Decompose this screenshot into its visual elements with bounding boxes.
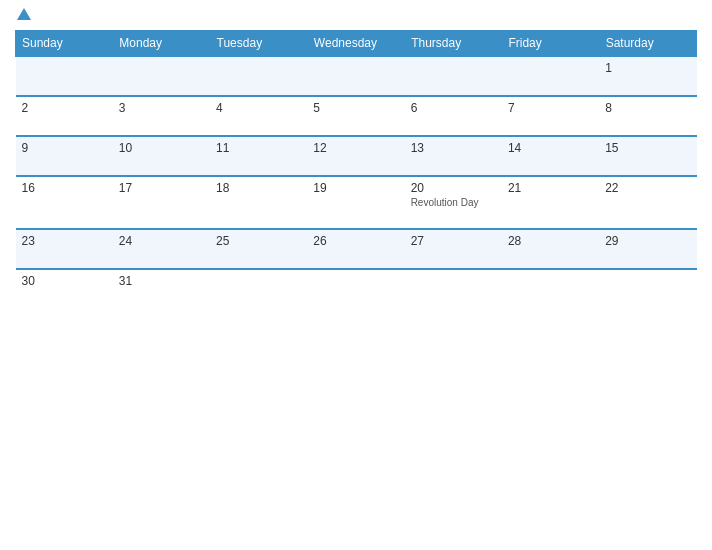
day-number: 4 [216, 101, 301, 115]
calendar-cell: 3 [113, 96, 210, 136]
calendar-cell [210, 56, 307, 96]
calendar-cell: 1 [599, 56, 696, 96]
calendar-cell: 2 [16, 96, 113, 136]
calendar-cell: 11 [210, 136, 307, 176]
calendar-cell: 26 [307, 229, 404, 269]
calendar-cell: 5 [307, 96, 404, 136]
day-number: 6 [411, 101, 496, 115]
calendar-table: SundayMondayTuesdayWednesdayThursdayFrid… [15, 30, 697, 308]
calendar-cell: 23 [16, 229, 113, 269]
calendar-cell: 22 [599, 176, 696, 229]
day-number: 22 [605, 181, 690, 195]
calendar-cell: 30 [16, 269, 113, 308]
day-number: 8 [605, 101, 690, 115]
calendar-cell: 28 [502, 229, 599, 269]
day-number: 28 [508, 234, 593, 248]
day-number: 11 [216, 141, 301, 155]
weekday-header-thursday: Thursday [405, 31, 502, 57]
day-number: 7 [508, 101, 593, 115]
calendar-cell: 8 [599, 96, 696, 136]
day-number: 13 [411, 141, 496, 155]
weekday-header-monday: Monday [113, 31, 210, 57]
day-number: 29 [605, 234, 690, 248]
calendar-cell: 27 [405, 229, 502, 269]
calendar-cell [16, 56, 113, 96]
day-number: 14 [508, 141, 593, 155]
day-number: 26 [313, 234, 398, 248]
day-number: 9 [22, 141, 107, 155]
calendar-cell [502, 56, 599, 96]
day-number: 23 [22, 234, 107, 248]
calendar-body: 1234567891011121314151617181920Revolutio… [16, 56, 697, 308]
calendar-cell: 7 [502, 96, 599, 136]
calendar-cell: 15 [599, 136, 696, 176]
calendar-cell [307, 56, 404, 96]
calendar-cell: 19 [307, 176, 404, 229]
week-row-1: 1 [16, 56, 697, 96]
calendar-cell: 9 [16, 136, 113, 176]
week-row-2: 2345678 [16, 96, 697, 136]
logo [15, 10, 31, 22]
calendar-cell [210, 269, 307, 308]
calendar-cell [307, 269, 404, 308]
calendar-header: SundayMondayTuesdayWednesdayThursdayFrid… [16, 31, 697, 57]
day-number: 1 [605, 61, 690, 75]
day-number: 18 [216, 181, 301, 195]
calendar-cell: 6 [405, 96, 502, 136]
calendar-page: SundayMondayTuesdayWednesdayThursdayFrid… [0, 0, 712, 550]
calendar-cell [599, 269, 696, 308]
calendar-cell: 13 [405, 136, 502, 176]
day-number: 30 [22, 274, 107, 288]
calendar-cell: 20Revolution Day [405, 176, 502, 229]
day-number: 19 [313, 181, 398, 195]
calendar-cell: 16 [16, 176, 113, 229]
calendar-cell: 24 [113, 229, 210, 269]
calendar-cell: 21 [502, 176, 599, 229]
week-row-3: 9101112131415 [16, 136, 697, 176]
calendar-cell [405, 269, 502, 308]
day-number: 17 [119, 181, 204, 195]
day-number: 24 [119, 234, 204, 248]
day-number: 27 [411, 234, 496, 248]
calendar-cell: 29 [599, 229, 696, 269]
calendar-cell: 12 [307, 136, 404, 176]
calendar-cell [502, 269, 599, 308]
weekday-row: SundayMondayTuesdayWednesdayThursdayFrid… [16, 31, 697, 57]
page-header [15, 10, 697, 22]
week-row-5: 23242526272829 [16, 229, 697, 269]
week-row-6: 3031 [16, 269, 697, 308]
day-number: 31 [119, 274, 204, 288]
calendar-cell: 18 [210, 176, 307, 229]
day-number: 5 [313, 101, 398, 115]
day-number: 10 [119, 141, 204, 155]
day-number: 20 [411, 181, 496, 195]
calendar-cell [113, 56, 210, 96]
weekday-header-wednesday: Wednesday [307, 31, 404, 57]
logo-triangle-icon [17, 8, 31, 20]
holiday-label: Revolution Day [411, 197, 496, 208]
calendar-cell: 4 [210, 96, 307, 136]
day-number: 3 [119, 101, 204, 115]
calendar-cell: 10 [113, 136, 210, 176]
calendar-cell: 31 [113, 269, 210, 308]
day-number: 25 [216, 234, 301, 248]
weekday-header-tuesday: Tuesday [210, 31, 307, 57]
day-number: 21 [508, 181, 593, 195]
day-number: 12 [313, 141, 398, 155]
weekday-header-saturday: Saturday [599, 31, 696, 57]
weekday-header-sunday: Sunday [16, 31, 113, 57]
calendar-cell: 14 [502, 136, 599, 176]
day-number: 15 [605, 141, 690, 155]
calendar-cell [405, 56, 502, 96]
week-row-4: 1617181920Revolution Day2122 [16, 176, 697, 229]
calendar-cell: 25 [210, 229, 307, 269]
calendar-cell: 17 [113, 176, 210, 229]
weekday-header-friday: Friday [502, 31, 599, 57]
day-number: 2 [22, 101, 107, 115]
day-number: 16 [22, 181, 107, 195]
